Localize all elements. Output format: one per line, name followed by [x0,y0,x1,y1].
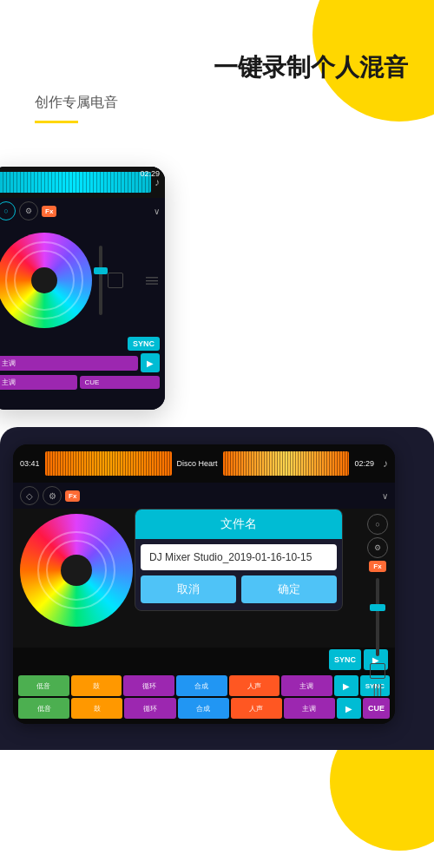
save-dialog: 文件名 DJ Mixer Studio_2019-01-16-10-15 取消 … [135,509,343,611]
d2-square-btn[interactable] [370,663,385,679]
d2-diamond-btn[interactable]: ◇ [20,486,39,505]
bottom-section: 03:41 Disco Heart 02:29 ♪ ◇ ⚙ Fx ∨ 文件 [0,427,434,750]
d2-right-fx-btn[interactable]: Fx [369,561,385,572]
iii-icon: ||| [146,276,160,286]
controls-row: ○ ⚙ Fx ∨ [0,198,165,224]
pad-row-1: 低音 鼓 循环 合成 人声 主调 ▶ SYNC [18,675,390,696]
circle-ctrl-btn[interactable]: ○ [0,201,16,220]
pad-play-2[interactable]: ▶ [337,698,361,719]
fader-handle[interactable] [94,267,108,274]
pad-synth-2[interactable]: 合成 [178,698,229,719]
waveform-bar: ♪ 02:29 [0,167,165,198]
sync-button[interactable]: SYNC [128,337,160,351]
pad-row-2: 低音 鼓 循环 合成 人声 主调 ▶ CUE [18,698,390,719]
pad-rmb-1[interactable]: 人声 [229,675,280,696]
pad-drum-1[interactable]: 鼓 [71,675,122,696]
key-button-1[interactable]: 主调 [0,356,138,371]
device-1: ♪ 02:29 ○ ⚙ Fx ∨ [0,167,165,410]
dialog-filename-input[interactable]: DJ Mixer Studio_2019-01-16-10-15 [141,544,337,570]
d2-fader-track[interactable] [376,578,379,656]
d2-waveform-right [223,451,350,476]
d2-right-gear-btn[interactable]: ⚙ [367,537,388,558]
fx-btn[interactable]: Fx [42,206,56,217]
d2-right-controls: ○ ⚙ Fx ||| [367,514,388,696]
d2-track-title: Disco Heart [177,459,218,468]
d2-iii-icon: ||| [373,682,383,696]
fader-track[interactable] [99,246,102,315]
d2-right-circle-btn[interactable]: ○ [367,514,388,535]
d2-chevron-icon: ∨ [382,491,388,501]
dialog-cancel-button[interactable]: 取消 [141,575,236,603]
note-icon-2: ♪ [383,457,388,470]
key-button-2[interactable]: 主调 [0,375,77,390]
hero-section: 一键录制个人混音 创作专属电音 [0,0,434,167]
turntable-area: ||| [0,224,165,337]
pad-loop-2[interactable]: 循环 [124,698,175,719]
play-button[interactable]: ▶ [141,353,160,372]
pad-play-1[interactable]: ▶ [334,675,358,696]
d2-time-right: 02:29 [354,459,374,468]
pad-bass-2[interactable]: 低音 [18,698,69,719]
device-1-screen: ♪ 02:29 ○ ⚙ Fx ∨ [0,167,165,410]
pad-rows: 低音 鼓 循环 合成 人声 主调 ▶ SYNC 低音 鼓 循环 合成 人声 主调… [13,672,395,724]
fader-container [99,233,102,328]
headline: 一键录制个人混音 [26,52,408,83]
d2-fader-handle[interactable] [370,604,385,611]
subtext: 创作专属电音 [26,94,408,112]
cue-button-2[interactable]: CUE [363,698,390,719]
dialog-buttons: 取消 确定 [135,575,342,610]
pad-drum-2[interactable]: 鼓 [71,698,122,719]
device-1-container: ♪ 02:29 ○ ⚙ Fx ∨ [0,167,434,410]
gear-ctrl-btn[interactable]: ⚙ [19,201,38,220]
d2-time-left: 03:41 [20,459,40,468]
device-2: 03:41 Disco Heart 02:29 ♪ ◇ ⚙ Fx ∨ 文件 [13,444,395,724]
pad-bass-1[interactable]: 低音 [18,675,69,696]
d2-main-area: 文件名 DJ Mixer Studio_2019-01-16-10-15 取消 … [13,509,395,648]
d2-gear-btn[interactable]: ⚙ [43,486,62,505]
btn-row-3: 主调 CUE [0,375,160,390]
note-icon: ♪ [155,176,160,188]
time-display: 02:29 [140,169,160,178]
d2-waveform-left [45,451,172,476]
pad-key-1[interactable]: 主调 [281,675,332,696]
pad-key-2[interactable]: 主调 [284,698,335,719]
d2-sync-button[interactable]: SYNC [329,649,361,670]
square-button[interactable] [108,273,123,288]
dialog-overlay: 文件名 DJ Mixer Studio_2019-01-16-10-15 取消 … [135,509,343,611]
yellow-divider [35,121,78,123]
chevron-down-icon: ∨ [154,207,160,216]
cue-button[interactable]: CUE [80,376,161,389]
waveform-visual [0,172,151,193]
d2-waveforms: 03:41 Disco Heart 02:29 ♪ [13,444,395,483]
pad-synth-1[interactable]: 合成 [176,675,227,696]
d2-turntable[interactable] [20,514,133,627]
dialog-confirm-button[interactable]: 确定 [241,575,337,603]
pad-loop-1[interactable]: 循环 [123,675,174,696]
btn-row-2: 主调 ▶ [0,353,160,372]
d2-controls-row: ◇ ⚙ Fx ∨ [13,483,395,509]
dialog-title: 文件名 [135,510,342,539]
d2-fx-btn[interactable]: Fx [65,490,80,502]
btn-row-1: SYNC [0,337,160,351]
turntable[interactable] [0,233,92,328]
d2-transport-row: SYNC ▶ [13,648,395,672]
bottom-buttons: SYNC 主调 ▶ 主调 CUE [0,337,165,390]
pad-rmb-2[interactable]: 人声 [231,698,282,719]
